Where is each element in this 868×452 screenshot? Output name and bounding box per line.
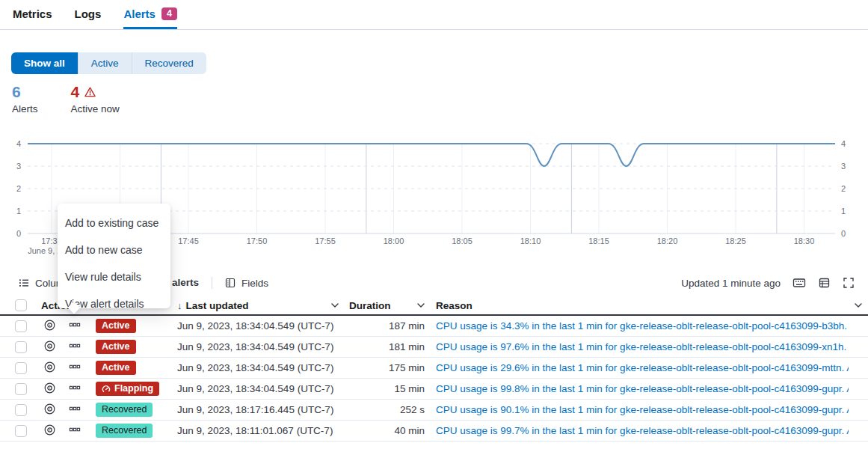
svg-text:2: 2 [841,184,846,193]
fields-icon [224,277,236,289]
view-alert-details-button[interactable] [43,361,56,373]
row-actions-button[interactable] [69,340,81,352]
status-badge-label: Flapping [114,382,153,396]
menu-item-add-to-existing-case[interactable]: Add to existing case [58,210,170,236]
status-badge: Recovered [96,424,153,438]
duration-cell: 175 min [339,362,425,373]
tab-logs[interactable]: Logs [75,7,102,27]
status-badge: Recovered [96,403,153,417]
reason-link[interactable]: CPU usage is 34.3% in the last 1 min for… [436,320,849,332]
alerts-count-badge: 4 [161,7,177,20]
svg-text:18:05: 18:05 [452,236,473,245]
filter-recovered-button[interactable]: Recovered [132,52,206,74]
reason-link[interactable]: CPU usage is 90.1% in the last 1 min for… [436,404,849,415]
alert-status-filter-group: Show all Active Recovered [11,52,206,74]
view-alert-details-button[interactable] [43,319,56,332]
svg-text:18:00: 18:00 [384,236,404,245]
chevron-down-icon[interactable] [331,303,339,308]
row-checkbox[interactable] [15,362,27,374]
table-density-icon [818,277,831,289]
view-alert-details-button[interactable] [43,424,56,436]
svg-text:18:30: 18:30 [794,236,815,245]
fullscreen-icon [843,277,855,289]
row-actions-button[interactable] [69,361,81,373]
view-alert-details-button[interactable] [43,403,56,415]
chevron-down-icon[interactable] [417,303,425,308]
keyboard-shortcuts-button[interactable] [792,277,806,289]
duration-cell: 181 min [339,341,425,352]
column-header-duration[interactable]: Duration [339,300,425,311]
fullscreen-button[interactable] [843,277,855,289]
row-actions-button[interactable] [69,382,81,394]
duration-cell: 187 min [339,320,425,332]
eye-icon [43,382,56,394]
svg-text:3: 3 [841,162,846,171]
toolbar-divider [212,277,212,289]
last-updated-cell: Jun 9, 2023, 18:11:01.067 (UTC-7) [167,425,339,436]
sort-down-icon: ↓ [177,300,182,311]
reason-link[interactable]: CPU usage is 29.6% in the last 1 min for… [436,362,849,373]
status-badge-label: Recovered [102,424,147,438]
column-header-last-updated[interactable]: ↓ Last updated [167,300,339,311]
row-checkbox[interactable] [15,341,27,353]
menu-item-view-rule-details[interactable]: View rule details [58,263,170,290]
more-actions-icon [69,361,81,373]
row-checkbox[interactable] [15,383,27,395]
stat-active-now: 4 Active now [71,83,120,114]
row-actions-button[interactable] [69,319,81,331]
menu-item-add-to-new-case[interactable]: Add to new case [58,236,170,263]
duration-cell: 40 min [339,425,425,436]
last-updated-cell: Jun 9, 2023, 18:34:04.549 (UTC-7) [167,320,339,332]
reason-link[interactable]: CPU usage is 99.7% in the last 1 min for… [436,425,849,436]
fields-button[interactable]: Fields [224,274,268,292]
row-checkbox[interactable] [15,425,27,437]
alerts-table: Actions ↓ Last updated Duration Reason [0,296,868,442]
context-menu: Add to existing caseAdd to new caseView … [58,204,170,308]
table-row: Flapping Jun 9, 2023, 18:34:04.549 (UTC-… [0,379,868,400]
svg-text:17:55: 17:55 [315,236,336,245]
svg-text:18:15: 18:15 [588,236,609,245]
column-header-reason[interactable]: Reason [436,300,849,311]
row-checkbox[interactable] [15,404,27,416]
eye-icon [43,361,56,373]
more-actions-icon [69,340,81,352]
status-badge-label: Active [102,361,130,375]
row-actions-button[interactable] [69,424,81,436]
filter-show-all-button[interactable]: Show all [11,52,78,74]
status-badge-label: Active [102,340,130,354]
svg-text:18:20: 18:20 [657,236,678,245]
svg-text:3: 3 [16,162,21,171]
tab-alerts[interactable]: Alerts 4 [123,7,176,29]
reason-link[interactable]: CPU usage is 97.6% in the last 1 min for… [436,341,849,352]
status-badge-label: Active [102,319,130,333]
table-density-button[interactable] [818,277,831,289]
svg-text:17:45: 17:45 [178,236,199,245]
alert-count-line [28,144,835,166]
select-all-checkbox[interactable] [15,299,27,311]
row-actions-button[interactable] [69,403,81,415]
status-badge-label: Recovered [102,403,147,417]
svg-text:0: 0 [841,229,846,238]
chevron-down-icon[interactable] [855,303,862,308]
more-actions-icon [69,319,81,331]
total-alerts-count: 6 [12,83,38,101]
status-badge: Active [96,319,136,333]
svg-text:17:50: 17:50 [247,236,268,245]
list-icon [18,277,30,289]
view-alert-details-button[interactable] [43,382,56,394]
tab-logs-label: Logs [75,7,102,20]
tab-metrics[interactable]: Metrics [13,7,52,27]
view-alert-details-button[interactable] [43,340,56,352]
warning-icon [84,86,96,98]
active-now-label: Active now [71,103,120,114]
filter-active-button[interactable]: Active [78,52,132,74]
svg-text:4: 4 [16,139,21,148]
duration-cell: 252 s [339,404,425,415]
last-updated-cell: Jun 9, 2023, 18:34:04.549 (UTC-7) [167,341,339,352]
alerts-summary: 6 Alerts 4 Active now [12,83,120,114]
row-checkbox[interactable] [15,320,27,332]
active-now-count: 4 [71,83,80,101]
reason-link[interactable]: CPU usage is 99.8% in the last 1 min for… [436,383,849,394]
more-actions-icon [69,382,81,394]
more-actions-icon [69,403,81,415]
